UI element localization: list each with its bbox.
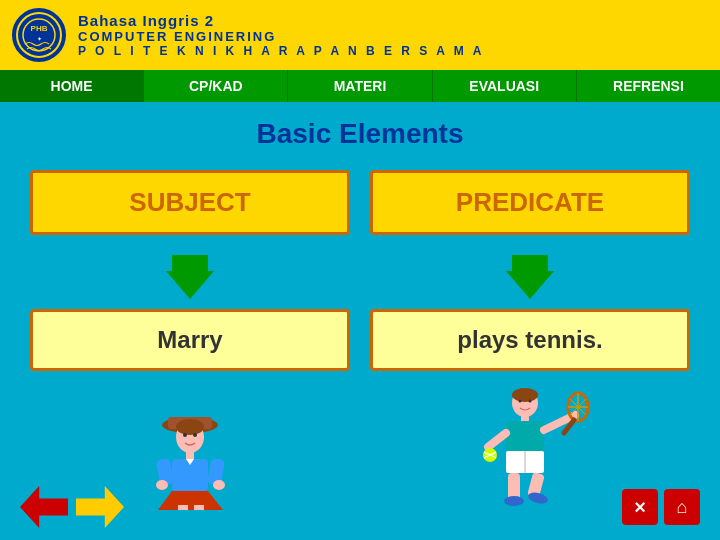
elements-row: SUBJECT PREDICATE — [30, 170, 690, 235]
predicate-arrow — [370, 255, 690, 299]
nav-materi[interactable]: MATERI — [288, 70, 432, 102]
svg-rect-23 — [506, 421, 544, 451]
svg-point-7 — [176, 419, 204, 435]
svg-line-25 — [488, 433, 506, 447]
home-button[interactable]: ⌂ — [664, 489, 700, 525]
svg-point-21 — [529, 400, 532, 403]
example-row: Marry plays tennis. — [30, 309, 690, 371]
header-text-block: Bahasa Inggris 2 COMPUTER ENGINERING P O… — [78, 12, 484, 58]
close-button[interactable]: × — [622, 489, 658, 525]
nav-home[interactable]: HOME — [0, 70, 144, 102]
svg-point-9 — [193, 433, 197, 437]
bottom-right-icons: × ⌂ — [622, 489, 700, 525]
forward-button[interactable] — [76, 486, 124, 528]
bottom-icons: × ⌂ — [0, 486, 720, 528]
arrow-row — [30, 255, 690, 299]
svg-point-8 — [183, 433, 187, 437]
svg-rect-22 — [521, 415, 529, 421]
svg-text:PHB: PHB — [31, 24, 48, 33]
header-title-2: COMPUTER ENGINERING — [78, 29, 484, 44]
predicate-box: PREDICATE — [370, 170, 690, 235]
logo: PHB ✦ — [12, 8, 66, 62]
main-content: Basic Elements SUBJECT PREDICATE — [0, 102, 720, 526]
header: PHB ✦ Bahasa Inggris 2 COMPUTER ENGINERI… — [0, 0, 720, 70]
subject-arrow — [30, 255, 350, 299]
svg-rect-10 — [186, 451, 194, 459]
navbar: HOME CP/KAD MATERI EVALUASI REFRENSI — [0, 70, 720, 102]
page-title: Basic Elements — [30, 118, 690, 150]
nav-evaluasi[interactable]: EVALUASI — [433, 70, 577, 102]
logo-svg: PHB ✦ — [15, 11, 63, 59]
nav-refrensi[interactable]: REFRENSI — [577, 70, 720, 102]
bottom-left-icons — [20, 486, 124, 528]
svg-point-20 — [519, 400, 522, 403]
svg-text:✦: ✦ — [37, 36, 42, 42]
back-button[interactable] — [20, 486, 68, 528]
subject-box: SUBJECT — [30, 170, 350, 235]
svg-point-19 — [512, 388, 538, 402]
page-wrapper: PHB ✦ Bahasa Inggris 2 COMPUTER ENGINERI… — [0, 0, 720, 540]
nav-cpkad[interactable]: CP/KAD — [144, 70, 288, 102]
example-subject-box: Marry — [30, 309, 350, 371]
header-title-3: P O L I T E K N I K H A R A P A N B E R … — [78, 44, 484, 58]
header-title-1: Bahasa Inggris 2 — [78, 12, 484, 29]
example-predicate-box: plays tennis. — [370, 309, 690, 371]
